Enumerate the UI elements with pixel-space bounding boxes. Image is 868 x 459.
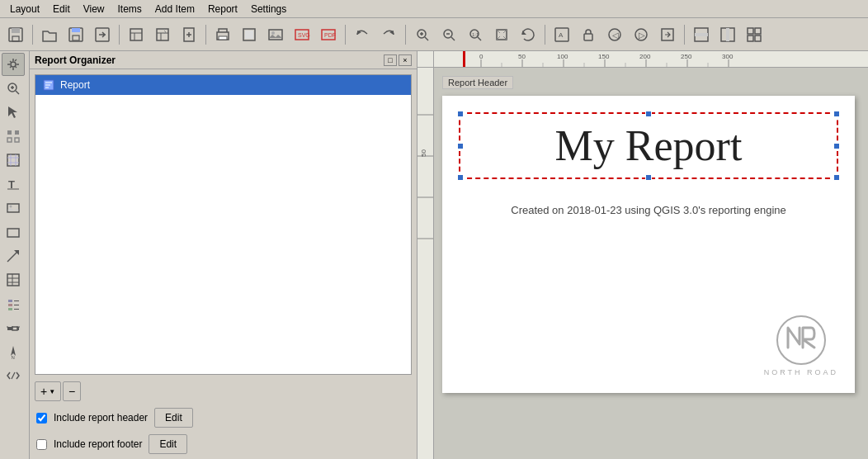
open-template-button[interactable] bbox=[124, 22, 149, 47]
canvas-area: 0 50 100 150 200 250 300 bbox=[417, 51, 868, 459]
save-template-button[interactable] bbox=[150, 22, 175, 47]
menu-layout[interactable]: Layout bbox=[3, 2, 46, 17]
svg-rect-14 bbox=[269, 30, 282, 40]
report-header-label: Report Header bbox=[442, 76, 513, 89]
canvas-scroll[interactable]: Report Header My Report bbox=[434, 68, 868, 459]
add-image-tool[interactable] bbox=[2, 196, 25, 220]
zoom-out-button[interactable] bbox=[436, 22, 461, 47]
add-label-tool[interactable]: T bbox=[2, 173, 25, 196]
organizer-title: Report Organizer bbox=[35, 54, 116, 66]
open-button[interactable] bbox=[37, 22, 62, 47]
main-layout: T N Report Organizer bbox=[0, 51, 868, 459]
extra-btn1[interactable] bbox=[689, 22, 714, 47]
edit-header-button[interactable]: Edit bbox=[154, 408, 193, 428]
add-html-tool[interactable] bbox=[2, 364, 25, 387]
handle-br[interactable] bbox=[833, 174, 840, 181]
add-legend-tool[interactable] bbox=[2, 292, 25, 315]
menu-report[interactable]: Report bbox=[201, 2, 244, 17]
handle-bm[interactable] bbox=[645, 174, 652, 181]
svg-rect-49 bbox=[7, 204, 19, 212]
add-table-tool[interactable] bbox=[2, 268, 25, 291]
tools-panel: T N bbox=[0, 51, 30, 459]
save-button[interactable] bbox=[3, 22, 28, 47]
include-footer-checkbox[interactable] bbox=[36, 439, 47, 450]
add-item-button[interactable]: + ▼ bbox=[35, 381, 61, 401]
svg-text:50: 50 bbox=[420, 149, 427, 157]
zoom-in-button[interactable] bbox=[410, 22, 435, 47]
svg-rect-34 bbox=[695, 33, 708, 36]
add-shape-tool[interactable] bbox=[2, 220, 25, 244]
undo-button[interactable] bbox=[350, 22, 375, 47]
menu-add-item[interactable]: Add Item bbox=[149, 2, 201, 17]
select-tool[interactable] bbox=[2, 101, 25, 124]
handle-tm[interactable] bbox=[645, 111, 652, 117]
atlas-settings-button[interactable]: A bbox=[550, 22, 574, 47]
svg-text:0: 0 bbox=[479, 53, 484, 60]
tree-item-label: Report bbox=[60, 79, 90, 91]
extra-btn3[interactable] bbox=[742, 22, 767, 47]
add-arrow-tool[interactable] bbox=[2, 244, 25, 267]
include-header-checkbox[interactable] bbox=[36, 413, 47, 424]
export-svg-button[interactable]: SVG bbox=[290, 22, 314, 47]
svg-rect-51 bbox=[7, 229, 19, 237]
revert-button[interactable] bbox=[90, 22, 115, 47]
svg-rect-36 bbox=[726, 28, 729, 41]
menubar: Layout Edit View Items Add Item Report S… bbox=[0, 0, 868, 18]
menu-items[interactable]: Items bbox=[111, 2, 149, 17]
handle-tr[interactable] bbox=[833, 111, 840, 117]
atlas-prev-button[interactable]: ▷ bbox=[629, 22, 653, 47]
svg-rect-40 bbox=[755, 35, 761, 41]
svg-rect-46 bbox=[15, 138, 19, 142]
tree-item-report[interactable]: Report bbox=[35, 75, 411, 95]
add-north-arrow-tool[interactable]: N bbox=[2, 340, 25, 363]
add-scalebar-tool[interactable] bbox=[2, 316, 25, 339]
zoom-tool[interactable] bbox=[2, 77, 25, 100]
refresh-button[interactable] bbox=[516, 22, 540, 47]
report-header-box[interactable]: My Report bbox=[459, 112, 838, 179]
print-button[interactable] bbox=[210, 22, 235, 47]
svg-text:▷: ▷ bbox=[639, 31, 645, 40]
atlas-lock-button[interactable] bbox=[576, 22, 601, 47]
remove-item-button[interactable]: − bbox=[63, 381, 81, 401]
add-map-tool[interactable] bbox=[2, 149, 25, 172]
svg-rect-5 bbox=[73, 35, 79, 40]
atlas-first-button[interactable]: ◁ bbox=[602, 22, 627, 47]
svg-rect-47 bbox=[7, 154, 19, 166]
organizer-restore-button[interactable]: □ bbox=[384, 54, 397, 66]
sep7 bbox=[684, 25, 685, 45]
organizer-close-button[interactable]: × bbox=[399, 54, 412, 66]
edit-nodes-tool[interactable] bbox=[2, 125, 25, 148]
include-footer-label: Include report footer bbox=[54, 438, 142, 450]
zoom-100-button[interactable]: 1:1 bbox=[463, 22, 488, 47]
svg-point-41 bbox=[11, 62, 16, 67]
menu-edit[interactable]: Edit bbox=[46, 2, 77, 17]
menu-settings[interactable]: Settings bbox=[244, 2, 293, 17]
svg-rect-57 bbox=[12, 327, 17, 330]
atlas-export-button[interactable] bbox=[655, 22, 680, 47]
menu-view[interactable]: View bbox=[77, 2, 111, 17]
handle-mr[interactable] bbox=[833, 143, 840, 149]
redo-button[interactable] bbox=[376, 22, 401, 47]
handle-tl[interactable] bbox=[457, 111, 464, 117]
svg-rect-52 bbox=[7, 274, 19, 286]
svg-rect-43 bbox=[7, 130, 12, 135]
svg-rect-54 bbox=[8, 304, 12, 306]
organizer-tree: Report bbox=[35, 74, 412, 375]
svg-rect-55 bbox=[8, 308, 12, 310]
handle-bl[interactable] bbox=[457, 174, 464, 181]
zoom-fit-button[interactable] bbox=[489, 22, 514, 47]
toolbar: SVG PDF 1:1 A ◁ ▷ bbox=[0, 18, 868, 51]
handle-ml[interactable] bbox=[457, 143, 464, 149]
svg-rect-45 bbox=[7, 138, 12, 142]
export-image-button[interactable] bbox=[263, 22, 288, 47]
include-header-label: Include report header bbox=[54, 412, 148, 424]
save-as-button[interactable] bbox=[64, 22, 88, 47]
pan-tool[interactable] bbox=[2, 53, 25, 76]
edit-footer-button[interactable]: Edit bbox=[149, 434, 187, 454]
export-pdf-button[interactable]: PDF bbox=[316, 22, 341, 47]
print-layout-button[interactable] bbox=[237, 22, 262, 47]
add-page-button[interactable] bbox=[177, 22, 201, 47]
add-icon: + bbox=[40, 385, 47, 398]
extra-btn2[interactable] bbox=[715, 22, 740, 47]
report-title: My Report bbox=[469, 122, 828, 169]
